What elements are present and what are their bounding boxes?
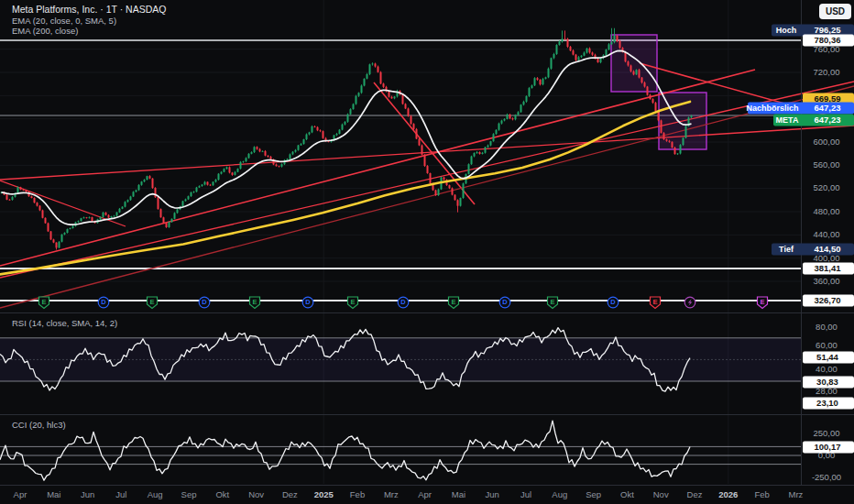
axis-label: 60,00	[816, 340, 838, 350]
axis-label: Nov	[653, 489, 669, 499]
axis-label: Jul	[115, 489, 126, 499]
axis-label: Tief	[779, 245, 794, 254]
axis-label: 23,10	[816, 398, 838, 408]
axis-label: 480,00	[813, 206, 839, 216]
currency-toggle-button[interactable]: USD	[819, 4, 851, 19]
axis-label: E	[350, 298, 355, 306]
axis-label: 100,17	[814, 442, 840, 452]
axis-label: 780,36	[814, 35, 840, 45]
axis-label: D	[400, 298, 406, 306]
dividend-badge[interactable]: D	[199, 297, 210, 308]
axis-label: D	[305, 298, 311, 306]
ema20-legend[interactable]: EMA (20, close, 0, SMA, 5)	[12, 16, 116, 26]
axis-label: D	[202, 298, 207, 306]
symbol-legend[interactable]: Meta Platforms, Inc. · 1T · NASDAQ	[12, 4, 166, 15]
price-label-chip: 23,10	[803, 398, 854, 410]
axis-label: Apr	[14, 489, 27, 499]
axis-label: Nachbörslich	[746, 104, 798, 113]
axis-label: 2026	[718, 489, 738, 499]
axis-label: 720,00	[813, 67, 839, 77]
axis-label: Jun	[486, 489, 499, 499]
axis-label: E	[451, 298, 455, 306]
axis-label: 520,00	[813, 182, 839, 192]
axis-label: -250,00	[812, 472, 841, 482]
price-label-chip: 100,17	[803, 442, 854, 454]
axis-label: 440,00	[813, 229, 839, 239]
axis-label: Mai	[47, 489, 60, 499]
axis-label: Aug	[148, 489, 163, 499]
axis-label: Feb	[350, 489, 365, 499]
axis-label: Mrz	[788, 489, 803, 499]
axis-label: 250,00	[813, 428, 839, 438]
axis-label: 2025	[314, 489, 334, 499]
axis-label: 360,00	[813, 276, 839, 286]
axis-label: 30,83	[816, 377, 838, 387]
axis-label: Mrz	[384, 489, 399, 499]
price-label-chip: Tief414,50	[772, 244, 854, 256]
axis-label: D	[101, 298, 106, 306]
axis-label: 51,44	[816, 352, 838, 362]
ema200-legend[interactable]: EMA (200, close)	[12, 26, 78, 36]
axis-label: 381,41	[814, 263, 841, 273]
trading-chart-app: EDEDEDEDEDEDEE760,00720,00600,00560,0052…	[0, 0, 854, 504]
axis-label: Sep	[181, 489, 197, 499]
price-label-chip: Nachbörslich647,23	[746, 103, 854, 115]
price-label-chip: 30,83	[803, 377, 854, 389]
axis-label: Hoch	[776, 26, 797, 35]
axis-label: Jul	[520, 489, 531, 499]
axis-label: 647,23	[814, 103, 840, 113]
price-label-chip: 326,70	[803, 295, 854, 307]
axis-label: E	[252, 298, 257, 306]
rsi-pane-title[interactable]: RSI (14, close, SMA, 14, 2)	[12, 318, 117, 328]
axis-label: 600,00	[813, 137, 839, 147]
price-label-chip: 780,36	[803, 35, 854, 47]
dividend-badge[interactable]: D	[398, 297, 409, 308]
axis-label: D	[610, 298, 616, 306]
axis-label: 414,50	[814, 244, 840, 254]
axis-label: E	[760, 298, 764, 306]
dividend-badge[interactable]: D	[98, 297, 109, 308]
axis-label: 80,00	[816, 322, 838, 332]
axis-label: E	[550, 298, 554, 306]
cci-pane-title[interactable]: CCI (20, hlc3)	[12, 420, 66, 430]
axis-label: Okt	[620, 489, 634, 499]
axis-label: Sep	[586, 489, 601, 499]
axis-label: Apr	[418, 489, 432, 499]
dividend-badge[interactable]: D	[608, 297, 619, 308]
axis-label: 560,00	[813, 159, 839, 170]
price-label-chip: META647,23	[773, 115, 854, 126]
price-chart-canvas[interactable]: EDEDEDEDEDEDEE760,00720,00600,00560,0052…	[0, 0, 854, 504]
axis-label: D	[502, 298, 508, 306]
price-label-chip: 381,41	[803, 263, 854, 275]
axis-label: Mai	[452, 489, 465, 499]
axis-label: Feb	[754, 489, 769, 499]
axis-label: E	[149, 298, 154, 306]
axis-label: E	[652, 298, 657, 306]
axis-label: 326,70	[814, 295, 840, 305]
dividend-badge[interactable]: D	[302, 297, 313, 308]
axis-label: Dez	[687, 489, 703, 499]
dividend-badge[interactable]: D	[499, 297, 510, 308]
axis-label: Dez	[282, 489, 298, 499]
price-label-chip: 51,44	[803, 352, 854, 364]
axis-label: META	[776, 115, 799, 125]
axis-label: Aug	[552, 489, 567, 499]
axis-label: 40,00	[816, 364, 838, 374]
axis-label: 796,25	[814, 25, 841, 35]
axis-label: Okt	[215, 489, 229, 499]
axis-label: E	[41, 298, 46, 306]
drawing-rectangle[interactable]	[611, 35, 657, 92]
axis-label: Nov	[248, 489, 264, 499]
flash-badge[interactable]	[684, 297, 695, 308]
axis-label: 647,23	[814, 115, 840, 125]
axis-label: Jun	[81, 489, 94, 499]
